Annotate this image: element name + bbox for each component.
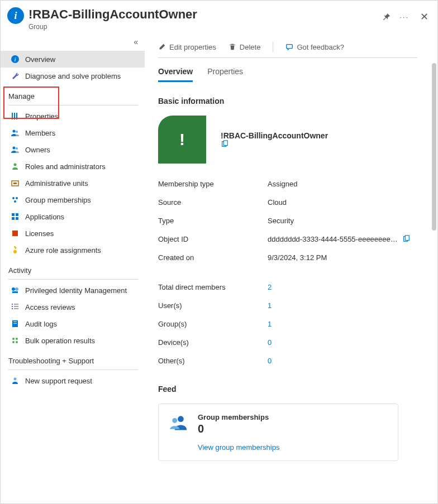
svg-point-37 [172,418,177,423]
info-icon: i [11,55,20,64]
svg-rect-35 [405,236,409,241]
svg-point-8 [16,147,18,150]
card-title: Group memberships [198,413,279,421]
pin-icon[interactable] [383,13,391,21]
page-subtitle: Group [28,23,378,31]
collapse-icon[interactable]: « [134,37,138,46]
stat-group-s-: Group(s)1 [158,315,417,333]
field-membership-type: Membership typeAssigned [158,175,417,193]
apps-icon [11,212,20,221]
svg-point-28 [16,338,18,340]
svg-point-29 [12,341,15,343]
svg-point-36 [178,416,184,422]
sidebar-item-privileged-identity-management[interactable]: Privileged Identity Management [1,282,145,299]
svg-rect-4 [16,113,17,119]
pim-icon [11,286,20,295]
sidebar-item-owners[interactable]: Owners [1,141,145,158]
section-header: Manage [1,84,145,103]
sidebar-item-properties[interactable]: Properties [1,108,145,124]
sidebar-item-bulk-operation-results[interactable]: Bulk operation results [1,332,145,349]
sidebar-item-licenses[interactable]: Licenses [1,225,145,242]
page-title: !RBAC-BillingAccountOwner [28,7,378,22]
props-icon [11,112,20,121]
role-icon [11,162,20,171]
members-icon [11,128,20,137]
tab-bar: OverviewProperties [158,67,417,82]
svg-point-22 [15,287,18,291]
section-header: Troubleshooting + Support [1,349,145,367]
svg-rect-17 [12,217,15,220]
tab-overview[interactable]: Overview [158,67,193,82]
sidebar-item-diagnose-and-solve-problems[interactable]: Diagnose and solve problems [1,68,145,84]
svg-rect-23 [12,291,18,293]
svg-point-9 [14,164,17,166]
card-count: 0 [198,423,279,435]
svg-point-5 [13,130,16,133]
svg-point-7 [13,147,16,150]
svg-rect-33 [223,141,227,146]
view-memberships-link[interactable]: View group memberships [198,443,279,452]
group-memberships-card: Group memberships 0 View group membershi… [158,404,398,461]
scrollbar[interactable] [432,63,436,231]
sidebar-item-roles-and-administrators[interactable]: Roles and administrators [1,158,145,175]
group-name: !RBAC-BillingAccountOwner [221,131,328,140]
svg-rect-26 [13,323,17,324]
svg-rect-15 [12,213,15,216]
svg-point-30 [16,341,18,343]
group-info-icon: i [7,7,24,24]
svg-rect-25 [13,321,17,322]
close-icon[interactable]: ✕ [420,11,429,23]
stat-link[interactable]: 0 [268,338,272,347]
sidebar-item-applications[interactable]: Applications [1,208,145,225]
stat-user-s-: User(s)1 [158,296,417,315]
key-icon [11,246,20,255]
sidebar-item-azure-role-assignments[interactable]: Azure role assignments [1,242,145,258]
sidebar-item-new-support-request[interactable]: New support request [1,372,145,389]
delete-button[interactable]: Delete [228,43,261,51]
copy-name-icon[interactable] [221,140,332,148]
svg-rect-3 [14,113,15,119]
copy-icon[interactable] [402,235,410,243]
field-created-on: Created on9/3/2024, 3:12 PM [158,248,417,267]
sidebar-item-administrative-units[interactable]: Administrative units [1,175,145,191]
license-icon [11,229,20,238]
bulk-icon [11,336,20,345]
svg-rect-11 [13,183,17,184]
field-object-id: Object IDdddddddd-3333-4444-5555-eeeeeee… [158,230,417,248]
svg-point-13 [16,197,18,199]
sidebar-item-access-reviews[interactable]: Access reviews [1,299,145,315]
svg-point-14 [14,200,16,203]
stat-device-s-: Device(s)0 [158,333,417,352]
gmember-icon [11,195,20,204]
stat-link[interactable]: 0 [268,357,272,365]
stat-link[interactable]: 2 [268,283,272,291]
field-type: TypeSecurity [158,212,417,230]
more-icon[interactable]: ··· [399,13,409,21]
sidebar-item-group-memberships[interactable]: Group memberships [1,191,145,208]
checklist-icon [11,303,20,311]
stat-total-direct-members: Total direct members2 [158,278,417,296]
sidebar-item-audit-logs[interactable]: Audit logs [1,315,145,332]
feedback-button[interactable]: Got feedback? [285,43,344,51]
svg-point-21 [12,287,15,291]
field-source: SourceCloud [158,193,417,212]
audit-icon [11,319,20,328]
members-icon [11,145,20,154]
svg-rect-16 [16,213,18,216]
svg-text:i: i [14,56,16,63]
group-tile-icon: ! [158,116,206,164]
svg-point-6 [16,131,18,133]
stat-link[interactable]: 1 [268,320,272,328]
sidebar: « iOverviewDiagnose and solve problems M… [1,35,145,504]
stat-other-s-: Other(s)0 [158,352,417,370]
tab-properties[interactable]: Properties [207,67,243,82]
edit-properties-button[interactable]: Edit properties [158,43,216,51]
admin-icon [11,179,20,188]
svg-point-20 [13,250,17,253]
svg-point-12 [12,197,15,199]
sidebar-item-members[interactable]: Members [1,124,145,141]
svg-rect-2 [12,113,13,119]
stat-link[interactable]: 1 [268,301,272,310]
members-illustration-icon [169,413,188,432]
sidebar-item-overview[interactable]: iOverview [1,51,145,68]
